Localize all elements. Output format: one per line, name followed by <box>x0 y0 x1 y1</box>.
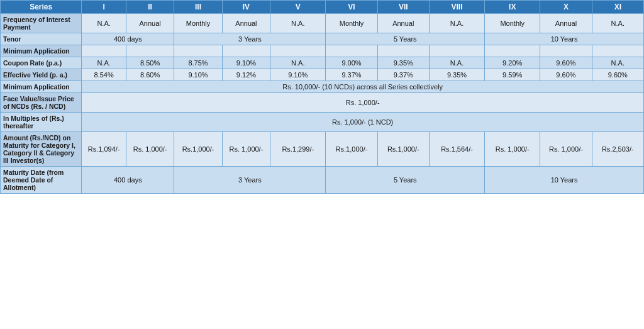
data-cell: N.A. <box>82 14 126 33</box>
span-cell: 5 Years <box>326 33 485 45</box>
data-cell: Annual <box>540 14 592 33</box>
table-row: Minimum Application <box>1 45 644 57</box>
col-III: III <box>174 1 222 14</box>
data-cell: Monthly <box>174 14 222 33</box>
col-VI: VI <box>326 1 377 14</box>
data-cell: 9.10% <box>222 57 270 69</box>
span-cell: 5 Years <box>326 167 485 194</box>
data-cell: Rs.1,000/- <box>377 132 429 167</box>
data-cell: Rs.1,564/- <box>429 132 484 167</box>
data-cell <box>377 45 429 57</box>
data-cell: 9.12% <box>222 69 270 81</box>
data-cell: 9.60% <box>540 69 592 81</box>
data-cell: N.A. <box>270 14 326 33</box>
col-IX: IX <box>485 1 540 14</box>
data-cell: N.A. <box>82 57 126 69</box>
data-cell: N.A. <box>429 14 484 33</box>
span-cell: 10 Years <box>485 33 644 45</box>
data-cell: Monthly <box>326 14 377 33</box>
data-cell: 8.54% <box>82 69 126 81</box>
data-cell <box>540 45 592 57</box>
data-cell: 9.00% <box>326 57 377 69</box>
span-all-cell: Rs. 1,000/- (1 NCD) <box>82 113 644 132</box>
table-row: Coupon Rate (p.a.)N.A.8.50%8.75%9.10%N.A… <box>1 57 644 69</box>
data-cell: 9.37% <box>326 69 377 81</box>
col-VII: VII <box>377 1 429 14</box>
table-row: Face Value/Issue Price of NCDs (Rs. / NC… <box>1 93 644 113</box>
col-II: II <box>126 1 174 14</box>
data-cell: 9.10% <box>270 69 326 81</box>
span-cell: 10 Years <box>485 167 644 194</box>
data-cell <box>429 45 484 57</box>
data-cell: Rs.1,000/- <box>174 132 222 167</box>
header-row: Series I II III IV V VI VII VIII IX X XI <box>1 1 644 14</box>
col-V: V <box>270 1 326 14</box>
row-label: Face Value/Issue Price of NCDs (Rs. / NC… <box>1 93 82 113</box>
data-cell <box>592 45 643 57</box>
data-cell: 9.59% <box>485 69 540 81</box>
table-row: Effective Yield (p. a.)8.54%8.60%9.10%9.… <box>1 69 644 81</box>
span-cell: 3 Years <box>174 33 326 45</box>
data-cell: N.A. <box>592 14 643 33</box>
span-all-cell: Rs. 10,000/- (10 NCDs) across all Series… <box>82 81 644 93</box>
data-cell <box>126 45 174 57</box>
data-cell <box>174 45 222 57</box>
main-table: Series I II III IV V VI VII VIII IX X XI… <box>0 0 644 194</box>
row-label: Tenor <box>1 33 82 45</box>
col-XI: XI <box>592 1 643 14</box>
data-cell: N.A. <box>429 57 484 69</box>
col-I: I <box>82 1 126 14</box>
col-X: X <box>540 1 592 14</box>
data-cell: Rs.1,299/- <box>270 132 326 167</box>
data-cell: Annual <box>126 14 174 33</box>
span-cell: 400 days <box>82 33 174 45</box>
data-cell: Rs. 1,000/- <box>540 132 592 167</box>
data-cell: Monthly <box>485 14 540 33</box>
data-cell: Annual <box>377 14 429 33</box>
row-label: Coupon Rate (p.a.) <box>1 57 82 69</box>
table-row: Minimum ApplicationRs. 10,000/- (10 NCDs… <box>1 81 644 93</box>
data-cell: 9.35% <box>377 57 429 69</box>
data-cell <box>222 45 270 57</box>
data-cell: Rs. 1,000/- <box>126 132 174 167</box>
table-row: Frequency of Interest PaymentN.A.AnnualM… <box>1 14 644 33</box>
row-label: Minimum Application <box>1 45 82 57</box>
data-cell: 9.35% <box>429 69 484 81</box>
col-IV: IV <box>222 1 270 14</box>
data-cell: 9.60% <box>540 57 592 69</box>
data-cell <box>485 45 540 57</box>
data-cell <box>82 45 126 57</box>
row-label: In Multiples of (Rs.) thereafter <box>1 113 82 132</box>
data-cell: Rs.2,503/- <box>592 132 643 167</box>
data-cell <box>270 45 326 57</box>
row-label: Frequency of Interest Payment <box>1 14 82 33</box>
span-cell: 400 days <box>82 167 174 194</box>
data-cell: Rs.1,094/- <box>82 132 126 167</box>
data-cell: 8.75% <box>174 57 222 69</box>
table-row: Maturity Date (from Deemed Date of Allot… <box>1 167 644 194</box>
data-cell: Rs.1,000/- <box>326 132 377 167</box>
data-cell <box>326 45 377 57</box>
data-cell: N.A. <box>270 57 326 69</box>
data-cell: 8.60% <box>126 69 174 81</box>
row-label: Effective Yield (p. a.) <box>1 69 82 81</box>
table-wrapper: Series I II III IV V VI VII VIII IX X XI… <box>0 0 644 194</box>
data-cell: Rs. 1,000/- <box>485 132 540 167</box>
col-series: Series <box>1 1 82 14</box>
data-cell: Rs. 1,000/- <box>222 132 270 167</box>
row-label: Maturity Date (from Deemed Date of Allot… <box>1 167 82 194</box>
table-row: Tenor400 days3 Years5 Years10 Years <box>1 33 644 45</box>
data-cell: 8.50% <box>126 57 174 69</box>
data-cell: 9.20% <box>485 57 540 69</box>
row-label: Amount (Rs./NCD) on Maturity for Categor… <box>1 132 82 167</box>
span-cell: 3 Years <box>174 167 326 194</box>
data-cell: 9.10% <box>174 69 222 81</box>
data-cell: N.A. <box>592 57 643 69</box>
col-VIII: VIII <box>429 1 484 14</box>
row-label: Minimum Application <box>1 81 82 93</box>
data-cell: Annual <box>222 14 270 33</box>
data-cell: 9.37% <box>377 69 429 81</box>
span-all-cell: Rs. 1,000/- <box>82 93 644 113</box>
table-row: In Multiples of (Rs.) thereafterRs. 1,00… <box>1 113 644 132</box>
data-cell: 9.60% <box>592 69 643 81</box>
